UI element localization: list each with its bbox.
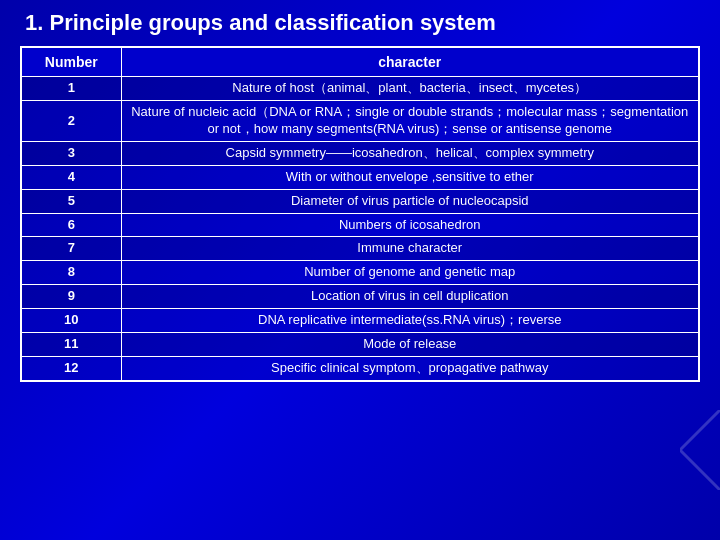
page-title: 1. Principle groups and classification s… (20, 10, 700, 36)
cell-character: DNA replicative intermediate(ss.RNA viru… (121, 309, 699, 333)
table-row: 3Capsid symmetry——icosahedron、helical、co… (21, 141, 699, 165)
cell-number: 8 (21, 261, 121, 285)
cell-number: 9 (21, 285, 121, 309)
cell-number: 7 (21, 237, 121, 261)
classification-table: Number character 1Nature of host（animal、… (20, 46, 700, 382)
table-row: 9Location of virus in cell duplication (21, 285, 699, 309)
cell-character: Number of genome and genetic map (121, 261, 699, 285)
cell-character: With or without envelope ,sensitive to e… (121, 165, 699, 189)
table-header-row: Number character (21, 47, 699, 77)
page-container: 1. Principle groups and classification s… (0, 0, 720, 540)
header-character: character (121, 47, 699, 77)
table-row: 5Diameter of virus particle of nucleocap… (21, 189, 699, 213)
cell-character: Immune character (121, 237, 699, 261)
cell-character: Location of virus in cell duplication (121, 285, 699, 309)
table-row: 4With or without envelope ,sensitive to … (21, 165, 699, 189)
table-row: 2Nature of nucleic acid（DNA or RNA；singl… (21, 101, 699, 142)
table-row: 8Number of genome and genetic map (21, 261, 699, 285)
table-row: 12Specific clinical symptom、propagative … (21, 356, 699, 380)
cell-character: Numbers of icosahedron (121, 213, 699, 237)
cell-number: 11 (21, 332, 121, 356)
cell-number: 4 (21, 165, 121, 189)
cell-character: Diameter of virus particle of nucleocaps… (121, 189, 699, 213)
cell-number: 2 (21, 101, 121, 142)
cell-character: Specific clinical symptom、propagative pa… (121, 356, 699, 380)
cell-number: 6 (21, 213, 121, 237)
cell-number: 12 (21, 356, 121, 380)
table-row: 10DNA replicative intermediate(ss.RNA vi… (21, 309, 699, 333)
cell-character: Mode of release (121, 332, 699, 356)
cell-number: 10 (21, 309, 121, 333)
table-row: 7Immune character (21, 237, 699, 261)
cell-number: 1 (21, 77, 121, 101)
header-number: Number (21, 47, 121, 77)
cell-character: Capsid symmetry——icosahedron、helical、com… (121, 141, 699, 165)
cell-character: Nature of host（animal、plant、bacteria、ins… (121, 77, 699, 101)
cell-character: Nature of nucleic acid（DNA or RNA；single… (121, 101, 699, 142)
table-row: 11Mode of release (21, 332, 699, 356)
decorative-background (680, 410, 720, 490)
table-row: 1Nature of host（animal、plant、bacteria、in… (21, 77, 699, 101)
cell-number: 3 (21, 141, 121, 165)
cell-number: 5 (21, 189, 121, 213)
table-row: 6Numbers of icosahedron (21, 213, 699, 237)
